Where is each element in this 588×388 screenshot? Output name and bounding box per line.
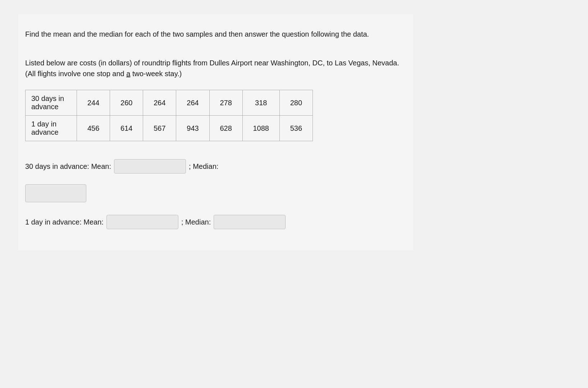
input-1day-median[interactable] xyxy=(214,215,286,229)
input-1day-mean[interactable] xyxy=(106,215,178,229)
underline-a: a xyxy=(126,70,130,78)
label-30days-mean: 30 days in advance: Mean: xyxy=(25,162,111,171)
cell-30-2: 260 xyxy=(110,90,143,116)
cell-1-4: 943 xyxy=(176,116,209,141)
row-label-1-day: 1 day inadvance xyxy=(26,116,77,141)
cell-1-6: 1088 xyxy=(242,116,279,141)
answer-row-1day: 1 day in advance: Mean: ; Median: xyxy=(25,215,406,229)
table-row-30-days: 30 days inadvance 244 260 264 264 278 31… xyxy=(26,90,313,116)
main-container: Find the mean and the median for each of… xyxy=(18,14,414,251)
cell-30-4: 264 xyxy=(176,90,209,116)
data-table: 30 days inadvance 244 260 264 264 278 31… xyxy=(25,90,313,141)
cell-30-3: 264 xyxy=(143,90,176,116)
cell-30-7: 280 xyxy=(279,90,313,116)
label-30days-median: ; Median: xyxy=(189,162,218,171)
cell-30-6: 318 xyxy=(242,90,279,116)
cell-30-1: 244 xyxy=(77,90,110,116)
answer-section: 30 days in advance: Mean: ; Median: 1 da… xyxy=(25,159,406,229)
input-30days-mean[interactable] xyxy=(114,159,186,174)
cell-1-1: 456 xyxy=(77,116,110,141)
row-label-30-days: 30 days inadvance xyxy=(26,90,77,116)
intro-text: Find the mean and the median for each of… xyxy=(25,29,406,40)
cell-1-3: 567 xyxy=(143,116,176,141)
label-1day-mean: 1 day in advance: Mean: xyxy=(25,218,104,226)
table-row-1-day: 1 day inadvance 456 614 567 943 628 1088… xyxy=(26,116,313,141)
cell-1-2: 614 xyxy=(110,116,143,141)
description-text: Listed below are costs (in dollars) of r… xyxy=(25,57,406,79)
cell-30-5: 278 xyxy=(209,90,242,116)
answer-row-30days: 30 days in advance: Mean: ; Median: xyxy=(25,159,406,174)
cell-1-5: 628 xyxy=(209,116,242,141)
cell-1-7: 536 xyxy=(279,116,313,141)
label-1day-median: ; Median: xyxy=(181,218,211,226)
input-30days-median-box[interactable] xyxy=(25,184,86,202)
